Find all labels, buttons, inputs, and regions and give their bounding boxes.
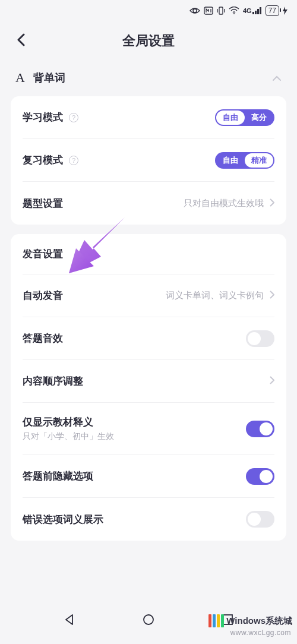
chevron-right-icon: [270, 375, 274, 387]
back-button[interactable]: [17, 32, 25, 50]
row-review-mode: 复习模式 ? 自由 精准: [23, 139, 274, 182]
page-title: 全局设置: [12, 32, 285, 50]
auto-pronounce-label: 自动发音: [23, 289, 63, 302]
page-header: 全局设置: [0, 21, 297, 62]
help-icon[interactable]: ?: [69, 113, 78, 122]
signal-icon: 4G: [243, 7, 262, 14]
battery-indicator: 77: [266, 5, 279, 16]
review-mode-opt-precise[interactable]: 精准: [245, 153, 273, 168]
question-type-label: 题型设置: [23, 197, 63, 210]
textbook-only-sub: 只对「小学、初中」生效: [23, 431, 114, 442]
network-label: 4G: [243, 7, 252, 14]
status-bar: 4G 77: [0, 0, 297, 21]
wifi-icon: [229, 7, 239, 15]
review-mode-label: 复习模式: [23, 153, 63, 167]
watermark-brand: Windows系统城: [226, 615, 292, 627]
chevron-up-icon: [272, 72, 282, 84]
letter-a-icon: A: [15, 70, 25, 86]
study-mode-opt-high[interactable]: 高分: [245, 111, 273, 125]
chevron-right-icon: [270, 197, 274, 210]
row-answer-sound: 答题音效: [23, 317, 274, 360]
row-content-order[interactable]: 内容顺序调整: [23, 360, 274, 403]
pronunciation-heading: 发音设置: [23, 248, 63, 260]
wrong-option-def-switch[interactable]: [246, 511, 274, 528]
nfc-icon: [204, 7, 213, 15]
answer-sound-switch[interactable]: [246, 330, 274, 347]
study-mode-toggle[interactable]: 自由 高分: [215, 109, 274, 126]
battery-level: 77: [268, 7, 276, 15]
svg-rect-6: [255, 11, 257, 14]
textbook-only-switch[interactable]: [246, 421, 274, 437]
content-order-label: 内容顺序调整: [23, 374, 83, 388]
watermark-url: www.wxcLgg.com: [230, 629, 291, 637]
study-mode-label: 学习模式: [23, 111, 63, 124]
eye-icon: [189, 7, 200, 14]
charging-icon: [283, 7, 287, 15]
textbook-only-label: 仅显示教材释义: [23, 415, 114, 429]
vibrate-icon: [217, 7, 225, 15]
logo-glyph-icon: [208, 614, 224, 627]
nav-home-icon[interactable]: [142, 613, 155, 629]
row-auto-pronounce[interactable]: 自动发音 词义卡单词、词义卡例句: [23, 274, 274, 317]
card-pronunciation-settings: 发音设置 自动发音 词义卡单词、词义卡例句 答题音效 内容顺序调整 仅显示教材释…: [11, 234, 286, 541]
svg-point-4: [233, 13, 235, 14]
row-pronunciation-heading: 发音设置: [23, 234, 274, 274]
svg-rect-8: [260, 7, 261, 14]
hide-options-switch[interactable]: [246, 468, 274, 485]
nav-back-icon[interactable]: [63, 613, 76, 629]
wrong-option-def-label: 错误选项词义展示: [23, 513, 103, 526]
card-study-settings: 学习模式 ? 自由 高分 复习模式 ? 自由 精准 题型设置 只对自由模式生效哦: [11, 96, 286, 225]
chevron-right-icon: [270, 289, 274, 302]
auto-pronounce-value: 词义卡单词、词义卡例句: [166, 290, 264, 301]
review-mode-toggle[interactable]: 自由 精准: [215, 152, 274, 169]
review-mode-opt-free[interactable]: 自由: [216, 153, 245, 168]
svg-point-11: [144, 615, 153, 624]
row-hide-options: 答题前隐藏选项: [23, 455, 274, 498]
row-textbook-only: 仅显示教材释义 只对「小学、初中」生效: [23, 403, 274, 455]
svg-rect-5: [252, 12, 254, 14]
svg-rect-1: [219, 7, 223, 14]
row-wrong-option-def: 错误选项词义展示: [23, 498, 274, 541]
study-mode-opt-free[interactable]: 自由: [216, 111, 245, 125]
help-icon[interactable]: ?: [69, 156, 78, 165]
row-question-type[interactable]: 题型设置 只对自由模式生效哦: [23, 182, 274, 225]
section-title: 背单词: [33, 71, 264, 85]
row-study-mode: 学习模式 ? 自由 高分: [23, 96, 274, 139]
hide-options-label: 答题前隐藏选项: [23, 469, 93, 483]
svg-rect-7: [257, 9, 259, 14]
watermark-logo: Windows系统城: [208, 614, 292, 627]
answer-sound-label: 答题音效: [23, 332, 63, 345]
section-vocab-header[interactable]: A 背单词: [0, 62, 297, 96]
question-type-value: 只对自由模式生效哦: [184, 198, 264, 209]
